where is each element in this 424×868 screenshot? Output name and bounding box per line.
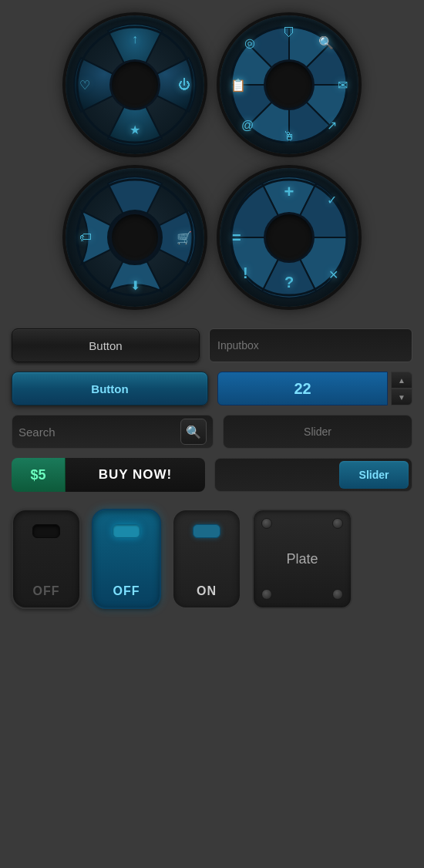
- buy-row: $5 BUY NOW!: [12, 458, 205, 492]
- buy-now-button[interactable]: BUY NOW!: [66, 458, 205, 492]
- spinner-wrap: 22 ▲ ▼: [217, 372, 412, 405]
- toggle-slot-on: [193, 524, 220, 538]
- spinner-buttons: ▲ ▼: [391, 372, 412, 405]
- radial-wheel-3[interactable]: 🏷 🛒 ⬇: [66, 168, 204, 307]
- toggle-label-off-dark: OFF: [33, 584, 60, 598]
- screw-tr: [332, 518, 343, 529]
- spinner-down-button[interactable]: ▼: [391, 389, 412, 405]
- toggle-off-dark[interactable]: OFF: [12, 509, 81, 609]
- radial-wheel-2[interactable]: ⛉ 🔍 ✉ ↗ 🖱 @ 📋 ◎: [220, 15, 358, 154]
- wheel-center-4: [266, 214, 312, 261]
- spinner-up-button[interactable]: ▲: [391, 372, 412, 389]
- ctrl-row-2: Button 22 ▲ ▼: [12, 372, 412, 405]
- radial-wheel-1[interactable]: ↑ ⏻ ★ ♡: [66, 15, 204, 154]
- dark-button-1[interactable]: Button: [12, 328, 200, 362]
- radial-row-2: 🏷 🛒 ⬇ + ✓ ✕ ? ! =: [12, 168, 412, 307]
- wheel-center-3: [112, 214, 158, 261]
- toggle-label-off-blue: OFF: [113, 584, 140, 598]
- search-icon-button[interactable]: 🔍: [180, 419, 207, 445]
- price-tag[interactable]: $5: [12, 458, 66, 492]
- screw-br: [332, 589, 343, 600]
- slider-label-1: Slider: [304, 426, 331, 438]
- inputbox-1[interactable]: [209, 328, 412, 362]
- plate-label: Plate: [286, 551, 318, 567]
- plate-widget[interactable]: Plate: [252, 509, 352, 609]
- slider-2[interactable]: Slider: [214, 458, 412, 492]
- toggle-label-on: ON: [197, 584, 217, 598]
- blue-button[interactable]: Button: [12, 372, 208, 405]
- ctrl-row-4: $5 BUY NOW! Slider: [12, 458, 412, 492]
- radial-row-1: ↑ ⏻ ★ ♡ ⛉ 🔍 ✉ ↗: [12, 15, 412, 154]
- slider-thumb: Slider: [339, 461, 409, 489]
- spinner-value: 22: [217, 372, 388, 405]
- search-input[interactable]: [19, 426, 176, 439]
- toggle-on[interactable]: ON: [172, 509, 241, 609]
- search-icon: 🔍: [186, 425, 201, 439]
- ctrl-row-3: 🔍 Slider: [12, 415, 412, 449]
- search-bar[interactable]: 🔍: [12, 415, 214, 449]
- toggle-off-blue[interactable]: OFF: [92, 509, 161, 609]
- screw-bl: [261, 589, 272, 600]
- screw-tl: [261, 518, 272, 529]
- radial-wheel-4[interactable]: + ✓ ✕ ? ! =: [220, 168, 358, 307]
- slider-1[interactable]: Slider: [223, 415, 412, 449]
- toggle-slot-dark: [32, 524, 60, 538]
- ctrl-row-1: Button: [12, 328, 412, 362]
- toggle-plate-row: OFF OFF ON Plate: [12, 509, 412, 609]
- slider-label-2: Slider: [359, 469, 389, 481]
- controls-section: Button Button 22 ▲ ▼ 🔍 Slider $5 BUY NOW…: [12, 328, 412, 492]
- wheel-center-2: [266, 62, 312, 108]
- toggle-slot-blue: [113, 524, 140, 538]
- wheel-center-1: [112, 62, 158, 108]
